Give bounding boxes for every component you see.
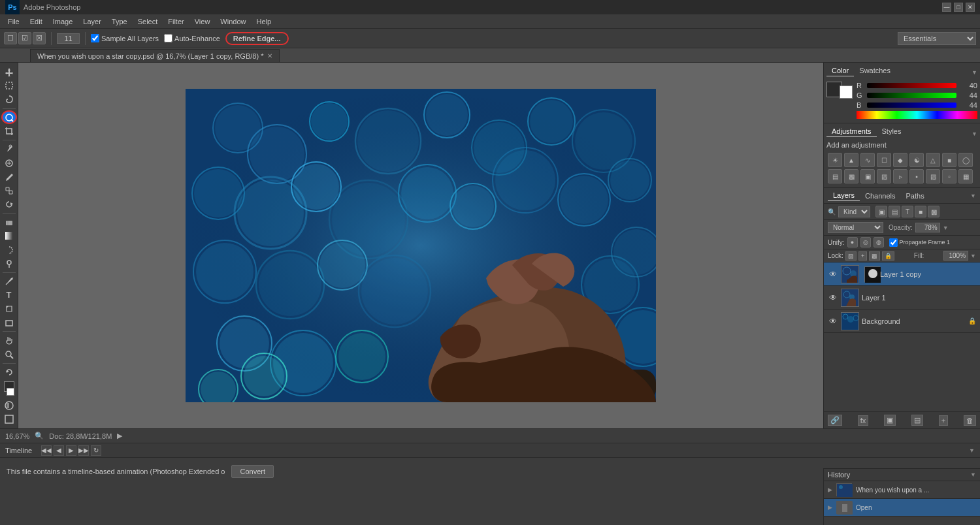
tl-prev-btn[interactable]: ◀ [54,445,64,456]
lock-all-btn[interactable]: 🔒 [882,251,894,261]
adj-shadows[interactable]: ▫ [942,169,956,183]
unify-style[interactable]: ◍ [874,237,884,247]
adj-color-lookup[interactable]: ▩ [844,169,858,183]
dodge-tool[interactable] [1,257,17,270]
filter-adjust-btn[interactable]: ▤ [889,206,900,217]
maximize-button[interactable]: □ [954,3,963,12]
color-spectrum[interactable] [857,111,977,119]
menu-window[interactable]: Window [215,16,251,27]
filter-shape-btn[interactable]: ■ [915,206,926,217]
tl-next-btn[interactable]: ▶▶ [78,445,89,456]
clone-stamp-tool[interactable] [1,184,17,197]
layer1copy-visibility[interactable]: 👁 [828,270,838,279]
background-color[interactable] [7,388,14,396]
zoom-icon[interactable]: 🔍 [35,432,44,440]
doc-tab-close[interactable]: ✕ [267,52,272,59]
add-mask-btn[interactable]: ▣ [884,415,896,426]
close-button[interactable]: ✕ [966,3,975,12]
b-slider[interactable] [867,103,956,108]
layers-tab[interactable]: Layers [828,190,860,201]
layers-panel-menu[interactable]: ▼ [970,193,976,199]
menu-help[interactable]: Help [251,16,276,27]
type-tool[interactable]: T [1,289,17,302]
create-layer-btn[interactable]: + [939,415,948,426]
adj-invert[interactable]: ▣ [860,169,875,183]
adj-brightness[interactable]: ☀ [828,153,842,167]
tool-options-btn1[interactable]: ☐ [4,32,17,44]
sample-all-checkbox[interactable] [91,34,99,42]
add-link-btn[interactable]: 🔗 [828,415,842,426]
lock-position-btn[interactable]: + [858,251,867,261]
lock-artboard-btn[interactable]: ▩ [869,251,880,261]
pen-tool[interactable] [1,275,17,288]
move-tool[interactable] [1,65,17,78]
menu-type[interactable]: Type [106,16,133,27]
adj-color-balance[interactable]: △ [926,153,940,167]
history-brush-tool[interactable] [1,198,17,211]
marquee-tool[interactable] [1,79,17,92]
timeline-collapse[interactable]: ▼ [969,447,975,454]
tl-play-btn[interactable]: ▶ [66,445,76,456]
convert-button[interactable]: Convert [231,465,274,478]
background-swatch[interactable] [840,86,853,99]
titlebar-controls[interactable]: — □ ✕ [942,3,975,12]
adj-vibrance[interactable]: ◆ [893,153,907,167]
eyedropper-tool[interactable] [1,142,17,155]
adj-hue-sat[interactable]: ☯ [909,153,924,167]
channels-tab[interactable]: Channels [860,191,900,201]
unify-position[interactable]: ● [847,237,858,247]
layer-row-layer1[interactable]: 👁 Layer 1 [824,286,980,310]
filter-type-btn[interactable]: T [902,206,913,217]
adj-selective-color[interactable]: ▧ [926,169,940,183]
layer-row-background[interactable]: 👁 Background 🔒 [824,310,980,333]
tl-loop-btn[interactable]: ↻ [91,445,101,456]
status-arrow[interactable]: ▶ [117,432,122,440]
quick-mask-btn[interactable] [1,399,17,412]
menu-file[interactable]: File [3,16,25,27]
lasso-tool[interactable] [1,93,17,106]
menu-view[interactable]: View [189,16,216,27]
blur-tool[interactable] [1,243,17,256]
adj-levels[interactable]: ▲ [844,153,858,167]
path-selection-tool[interactable] [1,302,17,315]
screen-mode-btn[interactable] [1,413,17,426]
adj-curves[interactable]: ∿ [860,153,875,167]
adj-bw[interactable]: ■ [942,153,956,167]
history-item-1[interactable]: ▶ Open [824,499,980,517]
blend-mode-select[interactable]: Normal [828,222,883,233]
propagate-checkbox[interactable] [889,238,898,247]
brush-tool[interactable] [1,170,17,183]
add-fx-btn[interactable]: fx [858,415,869,426]
doc-tab[interactable]: When you wish upon a star copy.psd @ 16,… [30,49,280,62]
paths-tab[interactable]: Paths [901,191,930,201]
background-visibility[interactable]: 👁 [828,317,838,326]
adj-panel-menu[interactable]: ▼ [972,131,977,137]
opacity-input[interactable]: 78% [915,223,940,232]
menu-layer[interactable]: Layer [78,16,106,27]
kind-filter-select[interactable]: Kind [838,206,870,217]
delete-layer-btn[interactable]: 🗑 [964,415,976,426]
layer-row-layer1copy[interactable]: 👁 [824,262,980,286]
adj-gradient-map[interactable]: ▪ [909,169,924,183]
shape-tool[interactable] [1,316,17,329]
menu-select[interactable]: Select [133,16,163,27]
color-tab[interactable]: Color [826,65,854,76]
adj-photo-filter[interactable]: ◯ [958,153,973,167]
fill-arrow[interactable]: ▼ [970,253,976,259]
gradient-tool[interactable] [1,229,17,242]
history-collapse[interactable]: ▼ [970,471,976,478]
styles-tab[interactable]: Styles [877,126,907,137]
adj-exposure[interactable]: ☐ [877,153,891,167]
swatches-tab[interactable]: Swatches [854,65,896,76]
tool-options-btn3[interactable]: ☒ [33,32,46,44]
crop-tool[interactable] [1,125,17,138]
adj-threshold[interactable]: ▹ [893,169,907,183]
r-slider[interactable] [867,83,956,88]
history-item-0[interactable]: ▶ When you wish upon a ... [824,481,980,499]
adj-posterize[interactable]: ▨ [877,169,891,183]
fill-input[interactable]: 100% [943,251,968,261]
minimize-button[interactable]: — [942,3,951,12]
adjustments-tab[interactable]: Adjustments [826,126,877,137]
hand-tool[interactable] [1,334,17,347]
refine-edge-button[interactable]: Refine Edge... [225,32,289,45]
